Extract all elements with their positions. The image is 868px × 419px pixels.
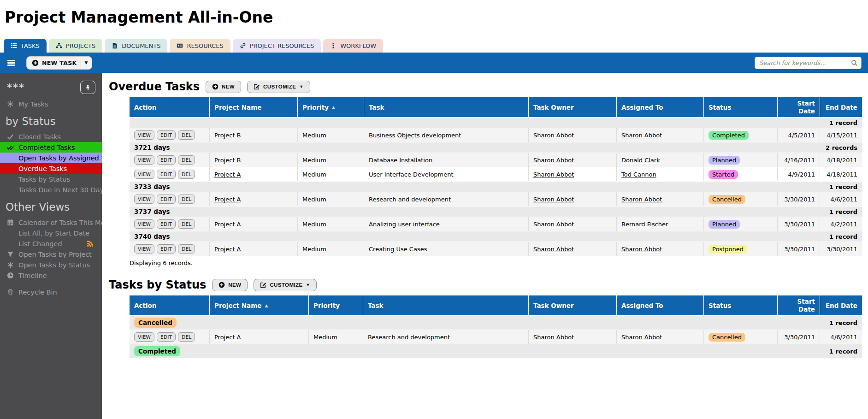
project-name-link[interactable]: Project A [214,246,241,253]
rss-icon[interactable] [87,240,94,247]
project-name-link[interactable]: Project B [214,132,241,139]
column-header-project-name[interactable]: Project Name▲ [210,295,309,315]
project-name-link[interactable]: Project A [214,334,241,341]
assigned-to-link[interactable]: Sharon Abbot [621,132,662,139]
view-button[interactable]: VIEW [134,155,154,165]
column-header-project-name[interactable]: Project Name [210,97,298,117]
del-button[interactable]: DEL [178,332,195,342]
column-header-task-owner[interactable]: Task Owner [529,295,617,315]
pin-button[interactable] [80,81,95,94]
view-button[interactable]: VIEW [134,170,154,179]
column-header-priority[interactable]: Priority▲ [298,97,364,117]
task-owner-link[interactable]: Sharon Abbot [533,196,574,203]
sidebar-item-list-changed[interactable]: List Changed [0,238,102,249]
column-header-status[interactable]: Status [704,97,778,117]
del-button[interactable]: DEL [178,195,195,204]
edit-button[interactable]: EDIT [157,170,176,179]
action-cell: VIEWEDITDEL [130,242,210,256]
edit-button[interactable]: EDIT [157,155,176,165]
sidebar-item-tasks-due-in-next-30-days[interactable]: Tasks Due in Next 30 Days [0,184,102,195]
sidebar-item-recycle-bin[interactable]: Recycle Bin [0,287,102,297]
task-owner-link[interactable]: Sharon Abbot [533,246,574,253]
del-button[interactable]: DEL [178,130,195,140]
assigned-to-link[interactable]: Donald Clark [621,157,660,164]
group-status-badge: Cancelled [134,318,177,328]
column-header-action[interactable]: Action [130,97,210,117]
sidebar-item-list-all-by-start-date[interactable]: List All, by Start Date [0,228,102,238]
sidebar-item-tasks-by-status[interactable]: Tasks by Status [0,174,102,184]
search-button[interactable] [847,57,861,69]
assigned-to-link[interactable]: Tod Cannon [621,171,656,178]
task-owner-link[interactable]: Sharon Abbot [533,334,574,341]
column-header-assigned-to[interactable]: Assigned To [617,295,704,315]
del-button[interactable]: DEL [178,155,195,165]
assigned-to-link[interactable]: Sharon Abbot [621,334,662,341]
customize-button[interactable]: CUSTOMIZE ▼ [254,279,316,291]
column-header-end-date[interactable]: End Date [820,97,862,117]
view-button[interactable]: VIEW [134,219,154,229]
sidebar-item-closed-tasks[interactable]: Closed Tasks [0,131,102,142]
sidebar-item-completed-tasks[interactable]: Completed Tasks [0,142,102,153]
customize-button[interactable]: CUSTOMIZE ▼ [247,81,310,93]
edit-button[interactable]: EDIT [157,244,176,254]
tab-projects[interactable]: PROJECTS [49,39,102,53]
tab-resources[interactable]: RESOURCES [170,39,230,53]
new-button[interactable]: NEW [212,279,248,291]
column-header-start-date[interactable]: Start Date [778,295,820,315]
task-owner-link[interactable]: Sharon Abbot [533,221,574,228]
task-owner-link[interactable]: Sharon Abbot [533,171,574,178]
column-header-task[interactable]: Task [364,97,529,117]
assigned-to-link[interactable]: Sharon Abbot [621,246,662,253]
task-owner-link[interactable]: Sharon Abbot [533,157,574,164]
project-name-link[interactable]: Project A [214,171,241,178]
new-task-button[interactable]: NEW TASK ▼ [26,56,92,70]
menu-icon[interactable] [6,59,16,67]
sidebar-item-overdue-tasks[interactable]: Overdue Tasks [0,163,102,174]
edit-button[interactable]: EDIT [157,130,176,140]
project-name-link[interactable]: Project A [214,196,241,203]
edit-button[interactable]: EDIT [157,219,176,229]
group-record-count: 1 record [829,319,862,326]
task-text: Research and development [369,196,451,203]
task-owner-link[interactable]: Sharon Abbot [533,132,574,139]
sidebar-item-open-tasks-by-assigned-to[interactable]: Open Tasks by Assigned To [0,153,102,163]
project-name-link[interactable]: Project B [214,157,241,164]
sidebar-item-open-tasks-by-project[interactable]: Open Tasks by Project [0,249,102,260]
double-check-icon [7,144,18,151]
column-header-assigned-to[interactable]: Assigned To [617,97,704,117]
view-button[interactable]: VIEW [134,244,154,254]
new-button[interactable]: NEW [206,81,241,93]
sidebar-item-timeline[interactable]: Timeline [0,270,102,281]
ellipsis-v-icon [330,42,337,49]
tab-workflow[interactable]: WORKFLOW [323,39,383,53]
section-header-overdue-tasks: Overdue Tasks NEW CUSTOMIZE ▼ [109,80,868,93]
project-name-link[interactable]: Project A [214,221,241,228]
table-row: VIEWEDITDELProject AMediumResearch and d… [130,330,862,344]
column-header-task-owner[interactable]: Task Owner [529,97,617,117]
search-input[interactable] [755,57,847,69]
column-header-start-date[interactable]: Start Date [778,97,820,117]
assigned-to-link[interactable]: Sharon Abbot [621,196,662,203]
edit-button[interactable]: EDIT [157,332,176,342]
view-button[interactable]: VIEW [134,130,154,140]
sidebar-item-calendar-of-tasks-this-month[interactable]: Calendar of Tasks This Month [0,217,102,228]
tab-tasks[interactable]: TASKS [4,39,47,53]
del-button[interactable]: DEL [178,170,195,179]
new-task-dropdown-caret[interactable]: ▼ [84,60,88,65]
column-header-status[interactable]: Status [704,295,778,315]
del-button[interactable]: DEL [178,244,195,254]
asterisk-icon [7,261,18,268]
column-header-priority[interactable]: Priority [309,295,363,315]
column-header-task[interactable]: Task [363,295,529,315]
view-button[interactable]: VIEW [134,332,154,342]
sidebar-item-open-tasks-by-status[interactable]: Open Tasks by Status [0,260,102,270]
column-header-end-date[interactable]: End Date [820,295,862,315]
sidebar-item-my-tasks[interactable]: My Tasks [0,99,102,109]
tab-project-resources[interactable]: PROJECT RESOURCES [233,39,321,53]
edit-button[interactable]: EDIT [157,195,176,204]
assigned-to-link[interactable]: Bernard Fischer [621,221,668,228]
column-header-action[interactable]: Action [130,295,210,315]
tab-documents[interactable]: DOCUMENTS [105,39,167,53]
view-button[interactable]: VIEW [134,195,154,204]
del-button[interactable]: DEL [178,219,195,229]
